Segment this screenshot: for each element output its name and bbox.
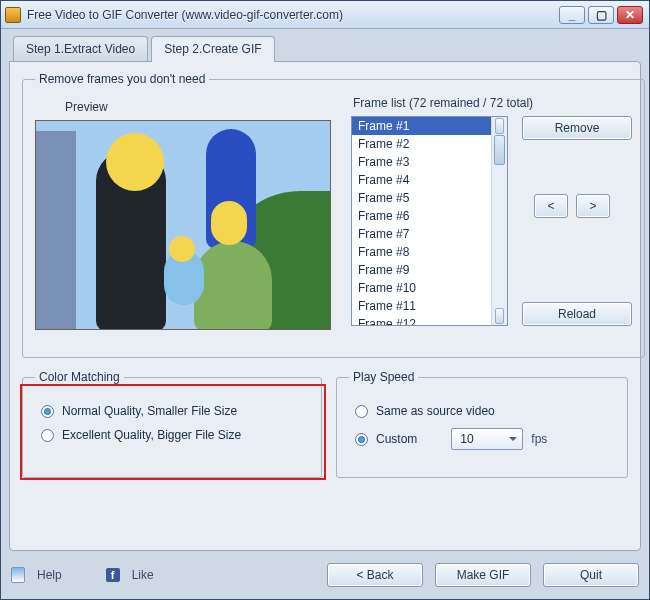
- frame-list-item[interactable]: Frame #2: [352, 135, 491, 153]
- radio-icon: [41, 405, 54, 418]
- next-frame-button[interactable]: >: [576, 194, 610, 218]
- back-button[interactable]: < Back: [327, 563, 423, 587]
- frame-listbox[interactable]: Frame #1Frame #2Frame #3Frame #4Frame #5…: [351, 116, 491, 326]
- frame-list-item[interactable]: Frame #6: [352, 207, 491, 225]
- like-link[interactable]: Like: [132, 568, 154, 582]
- minimize-icon: _: [569, 8, 576, 22]
- maximize-button[interactable]: ▢: [588, 6, 614, 24]
- frame-list-item[interactable]: Frame #3: [352, 153, 491, 171]
- play-speed-group: Play Speed Same as source video Custom 1…: [336, 370, 628, 478]
- frames-group: Remove frames you don't need Preview: [22, 72, 645, 358]
- radio-label: Custom: [376, 432, 417, 446]
- frame-list-item[interactable]: Frame #11: [352, 297, 491, 315]
- frame-list-item[interactable]: Frame #9: [352, 261, 491, 279]
- make-gif-button[interactable]: Make GIF: [435, 563, 531, 587]
- close-button[interactable]: ✕: [617, 6, 643, 24]
- reload-button[interactable]: Reload: [522, 302, 632, 326]
- preview-image: [35, 120, 331, 330]
- frame-list-item[interactable]: Frame #1: [352, 117, 491, 135]
- frame-list-item[interactable]: Frame #12: [352, 315, 491, 326]
- color-matching-group: Color Matching Normal Quality, Smaller F…: [22, 370, 322, 478]
- quit-button[interactable]: Quit: [543, 563, 639, 587]
- help-icon: [11, 567, 25, 583]
- frame-list-item[interactable]: Frame #8: [352, 243, 491, 261]
- prev-frame-button[interactable]: <: [534, 194, 568, 218]
- radio-icon: [355, 405, 368, 418]
- window-title: Free Video to GIF Converter (www.video-g…: [27, 8, 556, 22]
- titlebar[interactable]: Free Video to GIF Converter (www.video-g…: [1, 1, 649, 29]
- radio-icon: [41, 429, 54, 442]
- radio-label: Same as source video: [376, 404, 495, 418]
- fps-unit-label: fps: [531, 432, 547, 446]
- facebook-icon: f: [106, 568, 120, 582]
- maximize-icon: ▢: [596, 8, 607, 22]
- frame-list-label: Frame list (72 remained / 72 total): [353, 96, 632, 110]
- client-area: Step 1.Extract Video Step 2.Create GIF R…: [9, 35, 641, 551]
- tab-step1[interactable]: Step 1.Extract Video: [13, 36, 148, 62]
- play-speed-legend: Play Speed: [349, 370, 418, 384]
- frame-list-item[interactable]: Frame #10: [352, 279, 491, 297]
- app-icon: [5, 7, 21, 23]
- footer: Help f Like < Back Make GIF Quit: [11, 561, 639, 589]
- frame-list-item[interactable]: Frame #5: [352, 189, 491, 207]
- help-link[interactable]: Help: [37, 568, 62, 582]
- radio-same-as-source[interactable]: Same as source video: [355, 404, 615, 418]
- radio-label: Normal Quality, Smaller File Size: [62, 404, 237, 418]
- tab-page-step2: Remove frames you don't need Preview: [9, 61, 641, 551]
- radio-custom-speed[interactable]: Custom 10 fps: [355, 428, 615, 450]
- frame-list-item[interactable]: Frame #7: [352, 225, 491, 243]
- tabstrip: Step 1.Extract Video Step 2.Create GIF: [13, 35, 641, 61]
- frame-list-scrollbar[interactable]: [491, 116, 508, 326]
- frames-legend: Remove frames you don't need: [35, 72, 209, 86]
- radio-icon: [355, 433, 368, 446]
- app-window: Free Video to GIF Converter (www.video-g…: [0, 0, 650, 600]
- frame-list-item[interactable]: Frame #4: [352, 171, 491, 189]
- minimize-button[interactable]: _: [559, 6, 585, 24]
- radio-excellent-quality[interactable]: Excellent Quality, Bigger File Size: [41, 428, 309, 442]
- tab-step2[interactable]: Step 2.Create GIF: [151, 36, 274, 62]
- fps-combobox[interactable]: 10: [451, 428, 523, 450]
- close-icon: ✕: [625, 8, 635, 22]
- remove-button[interactable]: Remove: [522, 116, 632, 140]
- radio-normal-quality[interactable]: Normal Quality, Smaller File Size: [41, 404, 309, 418]
- radio-label: Excellent Quality, Bigger File Size: [62, 428, 241, 442]
- preview-label: Preview: [65, 100, 331, 114]
- color-matching-legend: Color Matching: [35, 370, 124, 384]
